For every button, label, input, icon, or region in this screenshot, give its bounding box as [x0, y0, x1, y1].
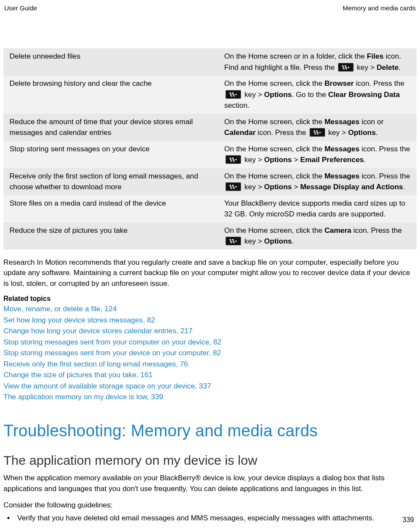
svg-point-19	[314, 133, 316, 135]
related-topic-link[interactable]: Stop storing messages sent from your dev…	[3, 349, 221, 357]
header-left: User Guide	[4, 4, 37, 12]
related-topic-link[interactable]: Move, rename, or delete a file, 124	[3, 305, 117, 313]
description-cell: Your BlackBerry device supports media ca…	[220, 195, 417, 222]
svg-point-9	[230, 94, 232, 95]
svg-point-8	[232, 92, 234, 94]
table-row: Delete browsing history and clear the ca…	[3, 75, 417, 114]
menu-key-icon	[226, 182, 241, 191]
troubleshooting-para-2: Consider the following guidelines:	[3, 500, 417, 511]
page: User Guide Memory and media cards Delete…	[0, 0, 420, 529]
related-topic-link[interactable]: Set how long your device stores messages…	[3, 316, 155, 324]
page-number: 339	[402, 516, 414, 524]
list-item: The application memory on my device is l…	[3, 391, 417, 403]
bold-text: Delete	[376, 63, 398, 72]
menu-key-icon	[226, 237, 241, 245]
svg-point-15	[316, 131, 318, 132]
menu-key-icon	[338, 63, 354, 72]
header-right: Memory and media cards	[343, 4, 416, 12]
description-cell: On the Home screen, click the Messages i…	[220, 141, 417, 168]
related-topic-link[interactable]: Change how long your device stores calen…	[3, 327, 193, 335]
svg-point-24	[232, 159, 234, 160]
bold-text: Messages	[324, 118, 359, 126]
related-topics-list: Move, rename, or delete a file, 124Set h…	[3, 304, 417, 403]
bold-text: Options	[264, 156, 292, 164]
bold-text: Options	[264, 183, 292, 191]
svg-point-31	[232, 186, 234, 188]
related-topic-link[interactable]: Receive only the first section of long e…	[3, 360, 188, 368]
svg-point-22	[232, 158, 234, 159]
list-item: Change the size of pictures that you tak…	[3, 369, 417, 381]
tip-cell: Receive only the first section of long e…	[3, 168, 220, 195]
menu-key-icon	[226, 90, 241, 99]
menu-key-icon	[310, 128, 325, 137]
svg-point-11	[235, 94, 237, 95]
svg-point-14	[313, 131, 315, 132]
list-item: Verify that you have deleted old email m…	[15, 513, 417, 524]
svg-point-1	[345, 65, 346, 66]
troubleshooting-title: Troubleshooting: Memory and media cards	[3, 422, 417, 440]
svg-point-26	[230, 160, 232, 162]
svg-point-5	[343, 68, 345, 69]
description-cell: On the Home screen, click the Camera ico…	[220, 222, 417, 250]
svg-point-21	[229, 158, 231, 159]
svg-point-18	[319, 132, 321, 133]
troubleshooting-bullets: Verify that you have deleted old email m…	[3, 513, 417, 524]
svg-point-12	[230, 95, 232, 97]
troubleshooting-subtitle: The application memory on my device is l…	[3, 453, 417, 468]
bold-text: Options	[264, 91, 292, 99]
svg-point-32	[235, 186, 237, 188]
table-row: Stop storing sent messages on your devic…	[3, 141, 417, 168]
svg-point-23	[230, 159, 232, 160]
bold-text: Clear Browsing Data	[328, 91, 400, 99]
list-item: Stop storing messages sent from your com…	[3, 337, 417, 348]
table-row: Store files on a media card instead of t…	[3, 195, 417, 222]
svg-point-0	[342, 65, 344, 66]
bold-text: Message Display and Actions	[300, 183, 403, 191]
tip-cell: Delete unneeded files	[3, 48, 220, 75]
troubleshooting-para-1: When the application memory available on…	[3, 473, 417, 494]
table-row: Reduce the size of pictures you takeOn t…	[3, 222, 417, 250]
menu-key-icon	[226, 155, 241, 164]
related-topic-link[interactable]: Change the size of pictures that you tak…	[3, 371, 153, 379]
bold-text: Calendar	[224, 128, 256, 137]
svg-point-17	[317, 132, 318, 133]
svg-point-7	[229, 92, 231, 94]
list-item: Stop storing messages sent from your dev…	[3, 347, 417, 359]
svg-point-2	[342, 66, 344, 68]
list-item: Set how long your device stores messages…	[3, 315, 417, 326]
svg-point-25	[235, 159, 237, 160]
svg-point-10	[232, 94, 234, 95]
svg-point-33	[230, 188, 232, 189]
bold-text: Camera	[324, 226, 351, 235]
svg-point-16	[314, 132, 316, 133]
description-cell: On the Home screen, click the Messages i…	[220, 168, 417, 195]
tip-cell: Store files on a media card instead of t…	[3, 195, 220, 222]
svg-point-27	[233, 160, 235, 162]
page-header: User Guide Memory and media cards	[3, 4, 417, 12]
svg-point-3	[345, 66, 347, 68]
svg-point-36	[232, 239, 234, 241]
backup-recommendation: Research In Motion recommends that you r…	[3, 257, 417, 289]
description-cell: On the Home screen or in a folder, click…	[220, 48, 417, 75]
bold-text: Messages	[324, 172, 359, 180]
description-cell: On the Home screen, click the Browser ic…	[220, 75, 417, 114]
svg-point-39	[235, 241, 237, 242]
svg-point-34	[233, 188, 235, 189]
related-topic-link[interactable]: The application memory on my device is l…	[3, 393, 163, 401]
svg-point-41	[233, 242, 235, 243]
list-item: Move, rename, or delete a file, 124	[3, 304, 417, 315]
related-topic-link[interactable]: View the amount of available storage spa…	[3, 382, 211, 390]
bold-text: Browser	[324, 79, 354, 88]
svg-point-29	[232, 185, 234, 186]
svg-point-4	[348, 66, 349, 68]
svg-point-6	[345, 68, 347, 69]
svg-point-20	[317, 133, 319, 135]
bold-text: Options	[264, 237, 292, 245]
list-item: Change how long your device stores calen…	[3, 326, 417, 337]
list-item: View the amount of available storage spa…	[3, 381, 417, 392]
tip-cell: Reduce the size of pictures you take	[3, 222, 220, 250]
bold-text: Options	[348, 128, 376, 137]
related-topic-link[interactable]: Stop storing messages sent from your com…	[3, 338, 222, 346]
tip-cell: Delete browsing history and clear the ca…	[3, 75, 220, 114]
svg-point-37	[230, 241, 232, 242]
